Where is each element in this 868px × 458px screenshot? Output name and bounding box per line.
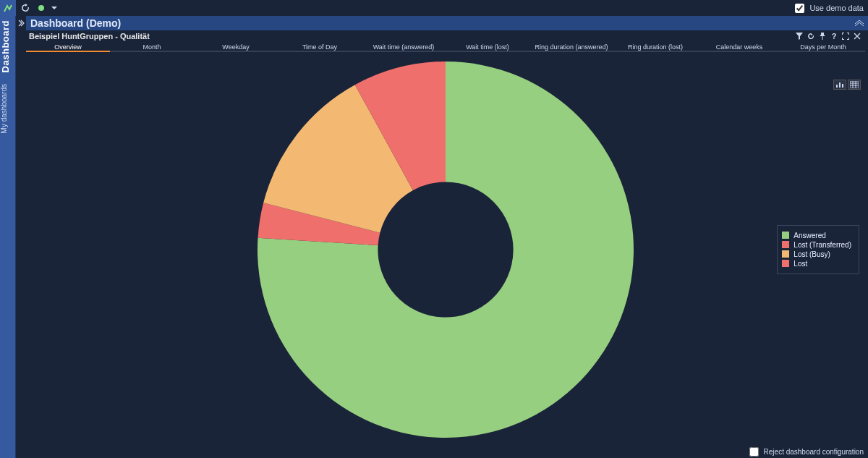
legend-label: Lost (Busy) [793,250,830,258]
collapse-chevron-icon[interactable] [855,19,864,27]
legend-item[interactable]: Lost [782,260,851,268]
tab-weekday[interactable]: Weekday [194,43,278,52]
quality-widget: Beispiel HuntGruppen - Qualität ? Overvi… [26,30,865,444]
side-rail: Dashboard My dashboards [0,0,16,458]
widget-tabs: OverviewMonthWeekdayTime of DayWait time… [26,42,865,52]
chart-area: AnsweredLost (Transferred)Lost (Busy)Los… [26,55,865,444]
tab-ring_lost[interactable]: Ring duration (lost) [613,43,697,52]
donut-chart [254,58,637,441]
tab-month[interactable]: Month [110,43,194,52]
view-toggle-group [833,80,861,90]
dropdown-chevron-icon[interactable] [51,1,58,14]
reject-config-label: Reject dashboard configuration [764,448,864,456]
tab-cal_weeks[interactable]: Calendar weeks [697,43,781,52]
widget-help-icon[interactable]: ? [829,31,839,41]
sidebar-subtab-my-dashboards[interactable]: My dashboards [0,81,8,136]
use-demo-data-toggle[interactable]: Use demo data [792,1,864,15]
tab-days_per_month[interactable]: Days per Month [781,43,865,52]
svg-rect-4 [850,81,859,88]
reject-config-toggle[interactable]: Reject dashboard configuration [746,445,864,459]
legend-swatch-icon [782,260,789,267]
widget-title: Beispiel HuntGruppen - Qualität [29,32,150,41]
widget-refresh-icon[interactable] [806,31,816,41]
refresh-icon[interactable] [19,1,32,14]
svg-rect-1 [836,85,838,88]
widget-filter-icon[interactable] [794,31,804,41]
tab-wait_answered[interactable]: Wait time (answered) [362,43,446,52]
tab-overview[interactable]: Overview [26,43,110,52]
table-view-toggle[interactable] [848,80,861,90]
chart-view-toggle[interactable] [833,80,846,90]
legend-swatch-icon [782,232,789,239]
widget-header: Beispiel HuntGruppen - Qualität ? [26,30,865,42]
legend-label: Lost [793,260,807,268]
reject-config-checkbox[interactable] [749,447,759,457]
legend-label: Answered [793,232,825,239]
tab-wait_lost[interactable]: Wait time (lost) [446,43,529,52]
chart-legend: AnsweredLost (Transferred)Lost (Busy)Los… [777,225,859,274]
svg-rect-3 [842,84,843,88]
status-dot-icon[interactable] [35,1,48,14]
legend-swatch-icon [782,241,789,248]
tab-time_of_day[interactable]: Time of Day [278,43,362,52]
legend-item[interactable]: Lost (Busy) [782,250,851,258]
legend-label: Lost (Transferred) [793,241,851,249]
widget-fullscreen-icon[interactable] [841,31,851,41]
app-logo-icon [0,0,16,16]
legend-item[interactable]: Lost (Transferred) [782,241,851,249]
widget-close-icon[interactable] [852,31,862,41]
footer-bar: Reject dashboard configuration [26,445,868,458]
svg-rect-2 [839,82,841,88]
legend-swatch-icon [782,250,789,258]
dashboard-titlebar: Dashboard (Demo) [26,16,868,30]
widget-pin-icon[interactable] [817,31,827,41]
use-demo-data-label: Use demo data [809,4,864,12]
tab-ring_answered[interactable]: Ring duration (answered) [529,43,613,52]
svg-point-0 [38,5,44,11]
sidebar-tab-dashboard[interactable]: Dashboard [0,16,11,77]
legend-item[interactable]: Answered [782,232,851,239]
use-demo-data-checkbox[interactable] [795,4,804,13]
top-toolbar: Use demo data [16,0,868,16]
dashboard-title: Dashboard (Demo) [30,17,121,29]
sidebar-expand-icon[interactable] [16,16,26,30]
